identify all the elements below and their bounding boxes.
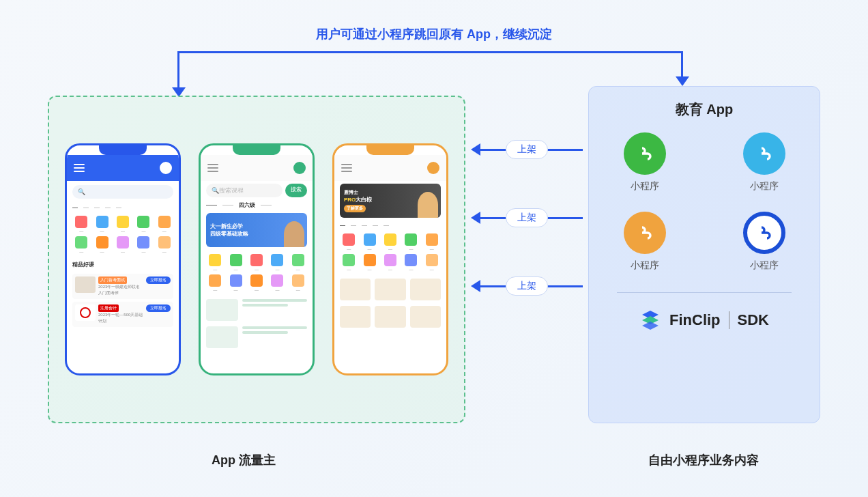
avatar-icon xyxy=(427,162,439,174)
avatar-icon xyxy=(293,162,306,174)
flow-line-left-down xyxy=(177,51,179,91)
publish-pill: 上架 xyxy=(506,140,548,159)
phone-notch xyxy=(366,145,414,155)
finclip-logo-icon xyxy=(639,309,661,331)
course-card-1: 入门首考面试 2023年一级建造师联名入门面考班 立即报名 xyxy=(72,274,173,299)
content-placeholder-row xyxy=(201,296,313,324)
publish-arrow-3: 上架 xyxy=(471,280,583,292)
category-tabs: ————四六级—— xyxy=(201,200,313,210)
publish-arrow-1: 上架 xyxy=(471,143,583,156)
phone-header xyxy=(67,155,179,181)
category-tabs: ————— xyxy=(67,203,179,212)
menu-icon xyxy=(74,164,85,172)
feature-grid: — — — — — — — — — — xyxy=(334,229,446,276)
finclip-brand-text: FinClip xyxy=(669,311,721,329)
miniprogram-item: 小程序 xyxy=(725,132,803,193)
publish-arrow-2: 上架 xyxy=(471,212,583,224)
sdk-label: SDK xyxy=(738,311,769,329)
miniprogram-item: 小程序 xyxy=(605,132,684,193)
publish-pill: 上架 xyxy=(506,276,548,296)
menu-icon xyxy=(341,164,352,172)
search-bar: 🔍 搜索课程 xyxy=(206,184,283,197)
top-flow-caption: 用户可通过小程序跳回原有 App，继续沉淀 xyxy=(316,26,552,42)
left-panel-caption: App 流量主 xyxy=(212,452,276,468)
right-panel-caption: 自由小程序业务内容 xyxy=(648,452,759,468)
search-bar: 🔍 xyxy=(72,185,173,199)
phone-mockup-green: 🔍 搜索课程 搜索 ————四六级—— 大一新生必学 四级零基础攻略 — — —… xyxy=(199,143,315,375)
divider-vertical xyxy=(729,311,729,329)
feature-grid: — — — — — — — — — — xyxy=(201,250,313,296)
miniprogram-label: 小程序 xyxy=(750,180,779,193)
feature-grid: — — — — — — — — — — xyxy=(67,212,179,258)
panel-title: 教育 App xyxy=(676,100,733,119)
search-button: 搜索 xyxy=(285,184,307,197)
category-tabs: ————— xyxy=(334,221,446,229)
miniprogram-icon xyxy=(624,212,666,254)
divider xyxy=(617,292,791,293)
section-title: 精品好课 xyxy=(67,258,179,271)
flow-line-top xyxy=(177,51,682,53)
content-placeholder-row xyxy=(334,303,446,330)
publish-pill: 上架 xyxy=(506,208,548,227)
phone-mockup-blue: 🔍 ————— — — — — — — — — — — 精品好课 入门首考面试 … xyxy=(65,143,181,375)
flow-line-right-down xyxy=(681,51,683,80)
menu-icon xyxy=(207,164,218,172)
sdk-brand-row: FinClip SDK xyxy=(639,309,769,331)
miniprogram-item: 小程序 xyxy=(605,212,684,272)
phone-header xyxy=(334,155,446,181)
content-placeholder-row xyxy=(201,324,313,351)
phone-header xyxy=(201,155,313,181)
education-app-panel: 教育 App 小程序 小程序 小程序 小程序 xyxy=(588,86,820,423)
phone-notch xyxy=(99,145,147,155)
miniprogram-item: 小程序 xyxy=(725,212,803,272)
course-card-2: 注册会计 2023年一轮—500天基础计划 立即报名 xyxy=(72,302,173,327)
content-placeholder-row xyxy=(334,276,446,303)
promo-banner: 雁博士 PROPRO大白棕大白棕 了解更多 xyxy=(340,184,441,218)
miniprogram-label: 小程序 xyxy=(631,180,659,193)
app-owners-panel: 🔍 ————— — — — — — — — — — — 精品好课 入门首考面试 … xyxy=(48,96,465,423)
phone-mockup-orange: 雁博士 PROPRO大白棕大白棕 了解更多 ————— — — — — — — … xyxy=(332,143,448,375)
miniprogram-icon xyxy=(624,132,666,175)
promo-banner: 大一新生必学 四级零基础攻略 xyxy=(206,213,307,247)
miniprogram-label: 小程序 xyxy=(631,259,659,272)
miniprogram-icon xyxy=(743,132,785,175)
phone-notch xyxy=(233,145,280,155)
miniprogram-icon xyxy=(743,212,785,254)
miniprogram-grid: 小程序 小程序 小程序 小程序 xyxy=(605,132,803,272)
avatar-icon xyxy=(160,162,172,174)
arrow-into-right-panel xyxy=(676,76,689,86)
miniprogram-label: 小程序 xyxy=(750,259,779,272)
